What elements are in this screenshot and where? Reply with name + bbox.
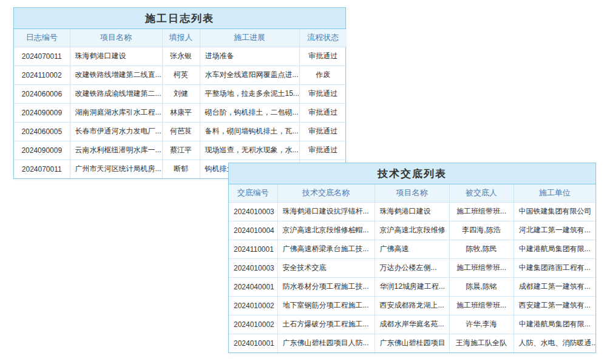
disclosure-table-row[interactable]: 2024010001 广东佛山碧桂园项目人防... 广东佛山碧桂园项目 王海施工… bbox=[229, 334, 595, 352]
reporter-cell[interactable]: 柯英 bbox=[162, 66, 200, 84]
construction-unit-cell: 中国铁建集团有限公司 bbox=[514, 202, 595, 221]
disclosure-name-cell[interactable]: 广佛高速桥梁承台施工技... bbox=[277, 240, 375, 258]
disclosure-name-cell[interactable]: 地下室钢筋分项工程施工... bbox=[277, 296, 375, 315]
construction-unit-cell: 中建港航局集团有限... bbox=[514, 315, 595, 334]
log-id-cell[interactable]: 2024060005 bbox=[14, 122, 70, 141]
disclosure-name-cell[interactable]: 广东佛山碧桂园项目人防... bbox=[277, 334, 375, 352]
disclosure-id-cell[interactable]: 2024010003 bbox=[229, 258, 277, 277]
status-cell: 审批通过 bbox=[299, 47, 347, 66]
disclosure-id-cell[interactable]: 2024010002 bbox=[229, 296, 277, 315]
recipients-cell: 施工班组带班... bbox=[449, 258, 514, 277]
project-name-cell[interactable]: 广东佛山碧桂园项目 bbox=[375, 334, 449, 352]
project-name-cell[interactable]: 成都水岸华庭名苑... bbox=[375, 315, 449, 334]
project-name-cell[interactable]: 广佛高速 bbox=[375, 240, 449, 258]
disclosure-id-cell[interactable]: 2024010002 bbox=[229, 315, 277, 334]
progress-cell: 水车对全线遮阳网覆盖点进... bbox=[200, 66, 299, 84]
column-header-recipients: 被交底人 bbox=[449, 184, 514, 202]
log-id-cell[interactable]: 2024070011 bbox=[14, 47, 70, 66]
column-header-reporter: 填报人 bbox=[162, 29, 200, 47]
column-header-progress: 施工进展 bbox=[200, 29, 299, 47]
project-name-cell[interactable]: 长春市伊通河水力发电厂... bbox=[70, 122, 162, 141]
reporter-cell[interactable]: 何芭茛 bbox=[162, 122, 200, 141]
recipients-cell: 施工班组带班... bbox=[449, 296, 514, 315]
recipients-cell: 陈晨,陈铭 bbox=[449, 277, 514, 296]
reporter-cell[interactable]: 张永银 bbox=[162, 47, 200, 66]
log-table-row[interactable]: 2024110002 改建铁路线增建第二线直... 柯英 水车对全线遮阳网覆盖点… bbox=[14, 66, 347, 84]
reporter-cell[interactable]: 蔡江平 bbox=[162, 141, 200, 160]
recipients-cell: 李四海,陈浩 bbox=[449, 221, 514, 240]
recipients-cell: 施工班组带班... bbox=[449, 202, 514, 221]
reporter-cell[interactable]: 林康平 bbox=[162, 103, 200, 122]
disclosure-table-row[interactable]: 2024010003 安全技术交底 万达办公楼左侧... 施工班组带班... 中… bbox=[229, 258, 595, 277]
reporter-cell[interactable]: 断郁 bbox=[162, 160, 200, 178]
project-name-cell[interactable]: 珠海鹤港口建设 bbox=[70, 47, 162, 66]
status-cell: 审批通过 bbox=[299, 122, 347, 141]
construction-log-panel: 施工日志列表 日志编号 项目名称 填报人 施工进展 流程状态 202407001… bbox=[13, 7, 346, 179]
log-table-row[interactable]: 2024070011 珠海鹤港口建设 张永银 进场准备 审批通过 bbox=[14, 47, 347, 66]
log-table-row[interactable]: 2024090009 云南水利枢纽潜明水库一... 蔡江平 现场巡查，无积水现象… bbox=[14, 141, 347, 160]
project-name-cell[interactable]: 华润12城房建工程... bbox=[375, 277, 449, 296]
project-name-cell[interactable]: 万达办公楼左侧... bbox=[375, 258, 449, 277]
disclosure-name-cell[interactable]: 安全技术交底 bbox=[277, 258, 375, 277]
status-cell: 审批通过 bbox=[299, 103, 347, 122]
disclosure-table-row[interactable]: 2024010002 土石方爆破分项工程施工... 成都水岸华庭名苑... 许华… bbox=[229, 315, 595, 334]
column-header-construction-unit: 施工单位 bbox=[514, 184, 595, 202]
progress-cell: 备料，砌间墙钩机排土，瓦... bbox=[200, 122, 299, 141]
disclosure-name-cell[interactable]: 防水卷材分项工程施工技... bbox=[277, 277, 375, 296]
progress-cell: 现场巡查，无积水现象，水... bbox=[200, 141, 299, 160]
project-name-cell[interactable]: 京沪高速北京段维修 bbox=[375, 221, 449, 240]
log-table-row[interactable]: 2024060005 长春市伊通河水力发电厂... 何芭茛 备料，砌间墙钩机排土… bbox=[14, 122, 347, 141]
recipients-cell: 许华,李海 bbox=[449, 315, 514, 334]
project-name-cell[interactable]: 改建铁路成渝线增建第二... bbox=[70, 84, 162, 103]
construction-unit-cell: 成都建工第一建筑有... bbox=[514, 277, 595, 296]
disclosure-header-row: 交底编号 技术交底名称 项目名称 被交底人 施工单位 bbox=[229, 184, 595, 202]
reporter-cell[interactable]: 刘健 bbox=[162, 84, 200, 103]
construction-unit-cell: 河北建工第一建筑有... bbox=[514, 221, 595, 240]
disclosure-name-cell[interactable]: 京沪高速北京段维修桩帽... bbox=[277, 221, 375, 240]
disclosure-table-row[interactable]: 2024010004 京沪高速北京段维修桩帽... 京沪高速北京段维修 李四海,… bbox=[229, 221, 595, 240]
log-table-row[interactable]: 2024090009 湖南洞庭湖水库引水工程... 林康平 砌台阶，钩机排土，二… bbox=[14, 103, 347, 122]
column-header-status: 流程状态 bbox=[299, 29, 347, 47]
disclosure-id-cell[interactable]: 2024040001 bbox=[229, 277, 277, 296]
project-name-cell[interactable]: 改建铁路线增建第二线直... bbox=[70, 66, 162, 84]
technical-disclosure-title: 技术交底列表 bbox=[229, 163, 595, 184]
column-header-log-id: 日志编号 bbox=[14, 29, 70, 47]
technical-disclosure-panel: 技术交底列表 交底编号 技术交底名称 项目名称 被交底人 施工单位 202401… bbox=[228, 163, 596, 353]
project-name-cell[interactable]: 西安成都路龙湖上... bbox=[375, 296, 449, 315]
log-id-cell[interactable]: 2024110002 bbox=[14, 66, 70, 84]
progress-cell: 砌台阶，钩机排土，二包砌... bbox=[200, 103, 299, 122]
column-header-disclosure-name: 技术交底名称 bbox=[277, 184, 375, 202]
recipients-cell: 陈牧,陈民 bbox=[449, 240, 514, 258]
construction-log-title: 施工日志列表 bbox=[14, 8, 345, 29]
disclosure-name-cell[interactable]: 土石方爆破分项工程施工... bbox=[277, 315, 375, 334]
project-name-cell[interactable]: 珠海鹤港口建设 bbox=[375, 202, 449, 221]
construction-unit-cell: 人防、水电、消防暖通... bbox=[514, 334, 595, 352]
disclosure-name-cell[interactable]: 珠海鹤港口建设抗浮锚杆... bbox=[277, 202, 375, 221]
progress-cell: 平整场地，拉走多余泥土15... bbox=[200, 84, 299, 103]
log-id-cell[interactable]: 2024070011 bbox=[14, 160, 70, 178]
log-table-row[interactable]: 2024060006 改建铁路成渝线增建第二... 刘健 平整场地，拉走多余泥土… bbox=[14, 84, 347, 103]
project-name-cell[interactable]: 云南水利枢纽潜明水库一... bbox=[70, 141, 162, 160]
log-id-cell[interactable]: 2024090009 bbox=[14, 141, 70, 160]
construction-log-table: 日志编号 项目名称 填报人 施工进展 流程状态 2024070011 珠海鹤港口… bbox=[14, 29, 347, 178]
disclosure-id-cell[interactable]: 2024010004 bbox=[229, 221, 277, 240]
column-header-project-name: 项目名称 bbox=[70, 29, 162, 47]
status-cell: 审批通过 bbox=[299, 141, 347, 160]
column-header-project-name: 项目名称 bbox=[375, 184, 449, 202]
status-cell: 作废 bbox=[299, 66, 347, 84]
disclosure-table-row[interactable]: 2024010002 地下室钢筋分项工程施工... 西安成都路龙湖上... 施工… bbox=[229, 296, 595, 315]
log-id-cell[interactable]: 2024090009 bbox=[14, 103, 70, 122]
disclosure-table-row[interactable]: 2024040001 防水卷材分项工程施工技... 华润12城房建工程... 陈… bbox=[229, 277, 595, 296]
disclosure-id-cell[interactable]: 2024010003 bbox=[229, 202, 277, 221]
disclosure-id-cell[interactable]: 2024110001 bbox=[229, 240, 277, 258]
construction-unit-cell: 中建集团路面工程有... bbox=[514, 258, 595, 277]
technical-disclosure-table: 交底编号 技术交底名称 项目名称 被交底人 施工单位 2024010003 珠海… bbox=[229, 184, 595, 352]
log-id-cell[interactable]: 2024060006 bbox=[14, 84, 70, 103]
project-name-cell[interactable]: 湖南洞庭湖水库引水工程... bbox=[70, 103, 162, 122]
disclosure-table-row[interactable]: 2024110001 广佛高速桥梁承台施工技... 广佛高速 陈牧,陈民 中建港… bbox=[229, 240, 595, 258]
construction-unit-cell: 西安建工第一建筑有... bbox=[514, 296, 595, 315]
disclosure-table-row[interactable]: 2024010003 珠海鹤港口建设抗浮锚杆... 珠海鹤港口建设 施工班组带班… bbox=[229, 202, 595, 221]
project-name-cell[interactable]: 广州市天河区统计局机房... bbox=[70, 160, 162, 178]
construction-unit-cell: 中建港航局集团有限... bbox=[514, 240, 595, 258]
disclosure-id-cell[interactable]: 2024010001 bbox=[229, 334, 277, 352]
